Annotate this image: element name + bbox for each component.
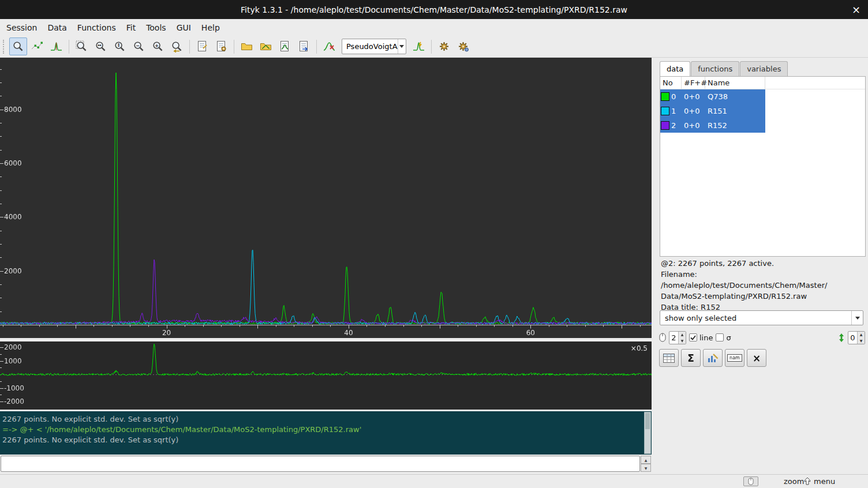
clear-model-button[interactable]: [320, 37, 338, 55]
mouse-icon: [659, 333, 666, 342]
close-window-button[interactable]: ×: [852, 0, 860, 19]
spin-down-icon[interactable]: ▼: [679, 337, 686, 344]
menu-session[interactable]: Session: [1, 19, 42, 36]
point-size-value: 2: [669, 332, 678, 344]
window-title: Fityk 1.3.1 - /home/aleplo/test/Document…: [241, 5, 627, 14]
menu-fit[interactable]: Fit: [121, 19, 141, 36]
zoom-out-button[interactable]: −: [130, 37, 148, 55]
console-scrollbar[interactable]: [644, 412, 651, 454]
command-history-spinner[interactable]: ▲ ▼: [641, 456, 651, 472]
spin-down-icon[interactable]: ▼: [858, 337, 865, 344]
sum-datasets-button[interactable]: Σ: [681, 349, 701, 367]
line-checkbox[interactable]: line: [689, 333, 713, 342]
open-session-button[interactable]: [238, 37, 256, 55]
aux-scale-label: ×0.5: [631, 344, 648, 352]
dataset-number: 0: [671, 92, 676, 101]
save-session-button[interactable]: [276, 37, 294, 55]
sigma-checkbox-label: σ: [726, 333, 731, 342]
menu-functions[interactable]: Functions: [72, 19, 121, 36]
log-viewer-button[interactable]: [193, 37, 211, 55]
aux-plot-canvas[interactable]: [0, 341, 652, 410]
dataset-row[interactable]: 0 0+0 Q738: [660, 89, 765, 104]
auto-add-peak-button[interactable]: [410, 37, 428, 55]
fityk-window: Fityk 1.3.1 - /home/aleplo/test/Document…: [0, 0, 868, 488]
script-editor-button[interactable]: [212, 37, 230, 55]
history-up-icon[interactable]: ▲: [641, 456, 651, 464]
shift-spinner[interactable]: 0 ▲▼: [848, 331, 865, 344]
tab-data[interactable]: data: [660, 61, 690, 76]
tab-functions[interactable]: functions: [691, 61, 739, 76]
dataset-row[interactable]: 2 0+0 R152: [660, 118, 765, 133]
zoom-previous-button[interactable]: [168, 37, 186, 55]
dataset-row[interactable]: 1 0+0 R151: [660, 104, 765, 118]
mouse-hints-button[interactable]: [743, 476, 758, 486]
data-table-button[interactable]: [659, 349, 679, 367]
svg-text:↕: ↕: [117, 43, 121, 48]
svg-text:+: +: [155, 43, 159, 48]
point-size-spinner[interactable]: 2 ▲▼: [669, 331, 686, 344]
log-page-icon: [196, 40, 208, 52]
toolbar-grip: [3, 40, 7, 54]
output-console: 2267 points. No explicit std. dev. Set a…: [0, 411, 652, 455]
menu-help[interactable]: Help: [196, 19, 225, 36]
zoom-horizontal-button[interactable]: ↔: [92, 37, 110, 55]
history-down-icon[interactable]: ▼: [641, 464, 651, 472]
dataset-number: 2: [671, 121, 676, 130]
main-plot-canvas[interactable]: [0, 58, 652, 338]
menu-data[interactable]: Data: [42, 19, 72, 36]
splitter-sash[interactable]: [652, 58, 656, 474]
zoom-in-icon: +: [152, 40, 164, 52]
zoom-in-button[interactable]: +: [149, 37, 167, 55]
delete-dataset-button[interactable]: ×: [747, 349, 766, 367]
left-button-hint: zoom: [784, 477, 804, 486]
export-data-button[interactable]: [295, 37, 313, 55]
title-bar: Fityk 1.3.1 - /home/aleplo/test/Document…: [0, 0, 868, 19]
dataset-name: Q738: [705, 92, 765, 101]
right-button-hint: menu: [814, 477, 835, 486]
rename-dataset-button[interactable]: nam: [725, 349, 744, 367]
zoom-all-icon: [76, 40, 88, 52]
shift-value: 0: [848, 332, 857, 344]
menu-tools[interactable]: Tools: [141, 19, 171, 36]
tab-variables[interactable]: variables: [740, 61, 788, 76]
combobox-arrow-icon[interactable]: [398, 39, 406, 54]
peak-type-value: PseudoVoigtA: [342, 42, 398, 51]
mode-zoom-button[interactable]: [9, 37, 27, 55]
display-controls: 2 ▲▼ line σ 0 ▲▼: [659, 329, 865, 346]
shift-updown-icon: [838, 333, 845, 343]
open-folder-icon: [241, 40, 253, 52]
edit-data-button[interactable]: [703, 349, 723, 367]
dataset-list-header: No #F+# Name: [660, 77, 865, 89]
checkbox-checked-icon[interactable]: [689, 333, 697, 341]
peak-type-combobox[interactable]: PseudoVoigtA: [342, 39, 406, 54]
sigma-checkbox[interactable]: σ: [716, 333, 731, 342]
mode-data-range-button[interactable]: [28, 37, 46, 55]
dataset-func-count: 0+0: [682, 92, 705, 101]
spin-up-icon[interactable]: ▲: [858, 332, 865, 338]
toolbar-separator: [431, 40, 432, 54]
open-data-button[interactable]: [257, 37, 275, 55]
fit-options-button[interactable]: [454, 37, 472, 55]
zoom-vertical-button[interactable]: ↕: [111, 37, 129, 55]
delete-x-icon: ×: [753, 352, 761, 364]
magnifier-icon: [12, 40, 24, 52]
sigma-icon: Σ: [687, 352, 694, 364]
save-curve-icon: [279, 40, 291, 52]
mode-add-peak-button[interactable]: [47, 37, 65, 55]
console-scrollbar-thumb[interactable]: [645, 413, 650, 429]
open-data-folder-icon: [260, 40, 272, 52]
spin-up-icon[interactable]: ▲: [679, 332, 686, 338]
combobox-arrow-icon[interactable]: [851, 311, 863, 325]
menu-gui[interactable]: GUI: [171, 19, 196, 36]
table-icon: [663, 354, 675, 363]
checkbox-unchecked-icon[interactable]: [716, 333, 724, 341]
dataset-func-count: 0+0: [682, 121, 705, 130]
dataset-info: @2: 2267 points, 2267 active. Filename: …: [661, 258, 865, 313]
hand-cursor-icon: [804, 477, 811, 485]
zoom-all-button[interactable]: [73, 37, 91, 55]
fit-run-button[interactable]: [435, 37, 453, 55]
peak-curve-icon: [50, 40, 62, 52]
filter-dropdown[interactable]: show only selected: [660, 310, 863, 325]
bars-pencil-icon: [707, 354, 719, 363]
command-input[interactable]: [1, 456, 640, 472]
